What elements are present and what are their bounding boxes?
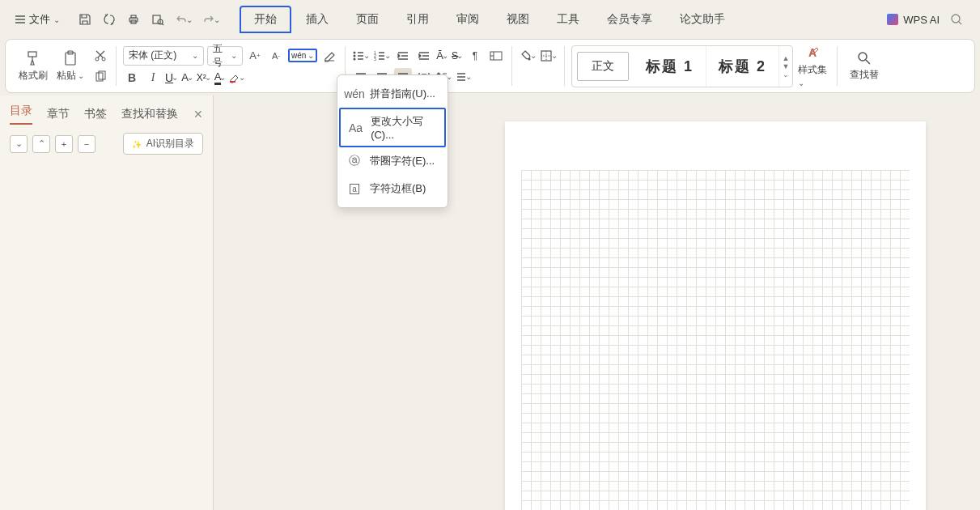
chevron-down-icon[interactable]: ⌄ [186, 15, 193, 24]
borders-button[interactable]: ⌄ [540, 49, 558, 62]
phonetic-guide-button[interactable]: wén ⌄ [288, 49, 317, 62]
sp-tab-find[interactable]: 查找和替换 [121, 107, 178, 121]
shrink-font-icon[interactable]: A- [267, 47, 285, 65]
sp-tab-chapter[interactable]: 章节 [47, 107, 70, 121]
paste-button[interactable]: 粘贴 ⌄ [54, 49, 87, 83]
tab-settings-button[interactable]: ⌄ [456, 71, 472, 83]
grid-background [521, 170, 910, 510]
increase-indent-icon[interactable] [415, 47, 433, 65]
navigation-panel: 目录 章节 书签 查找和替换 ✕ ⌄ ⌃ + − ✨ AI识别目录 [0, 96, 214, 510]
print-icon[interactable] [126, 12, 141, 27]
chevron-down-icon: ⌄ [53, 15, 60, 24]
paste-icon [62, 49, 78, 67]
style-h2[interactable]: 标题 2 [706, 46, 779, 87]
add-button[interactable]: + [55, 135, 73, 153]
italic-icon[interactable]: I [144, 69, 162, 87]
superscript-button[interactable]: X²⌄ [197, 72, 211, 83]
wps-ai-icon [887, 14, 898, 25]
asian-layout-button[interactable]: S⌄ [452, 50, 463, 62]
style-set-button[interactable]: A 样式集 ⌄ [798, 44, 830, 88]
layout-icon[interactable] [487, 47, 505, 65]
menu-change-case[interactable]: Aa 更改大小写(C)... [339, 108, 446, 147]
svg-point-15 [354, 54, 356, 57]
paragraph-mark-icon[interactable]: ¶ [466, 47, 484, 65]
file-menu[interactable]: 文件 ⌄ [8, 9, 66, 30]
ai-toc-button[interactable]: ✨ AI识别目录 [123, 133, 203, 155]
collapse-up-button[interactable]: ⌃ [32, 135, 50, 153]
close-icon[interactable]: ✕ [193, 108, 203, 121]
tab-view[interactable]: 视图 [494, 7, 542, 32]
copy-icon[interactable] [91, 68, 109, 86]
font-name-select[interactable]: 宋体 (正文)⌄ [123, 46, 204, 66]
undo-button[interactable]: ⌄ [175, 13, 193, 26]
svg-point-16 [354, 57, 356, 60]
numbering-button[interactable]: 123⌄ [373, 50, 391, 62]
ai-icon: ✨ [132, 138, 143, 150]
sp-tab-bookmark[interactable]: 书签 [84, 107, 107, 121]
tab-member[interactable]: 会员专享 [594, 7, 665, 32]
svg-rect-1 [131, 15, 136, 18]
enclose-icon: ⓐ [347, 154, 362, 168]
file-label: 文件 [29, 12, 50, 27]
chevron-down-icon: ⌄ [231, 51, 237, 60]
pinyin-icon: wén [347, 87, 362, 100]
svg-text:✨: ✨ [132, 139, 142, 150]
remove-button[interactable]: − [78, 135, 95, 153]
styles-gallery[interactable]: 正文 标题 1 标题 2 ▲▼⌄ [571, 45, 793, 87]
menu-pinyin-guide[interactable]: wén 拼音指南(U)... [337, 80, 448, 108]
svg-rect-13 [230, 81, 235, 83]
gallery-scroll[interactable]: ▲▼⌄ [779, 54, 792, 79]
grow-font-icon[interactable]: A+ [246, 47, 264, 65]
underline-button[interactable]: U⌄ [165, 71, 178, 84]
menu-enclose-chars[interactable]: ⓐ 带圈字符(E)... [337, 147, 448, 175]
format-painter-button[interactable]: 格式刷 [17, 49, 49, 83]
highlight-button[interactable]: ⌄ [229, 72, 245, 83]
style-set-icon: A [806, 44, 822, 62]
save-icon[interactable] [78, 12, 92, 27]
svg-rect-6 [28, 52, 36, 57]
font-color-button[interactable]: A⌄ [214, 70, 227, 85]
font-size-select[interactable]: 五号⌄ [207, 46, 243, 66]
phonetic-dropdown: wén 拼音指南(U)... Aa 更改大小写(C)... ⓐ 带圈字符(E).… [337, 74, 448, 208]
char-border-icon: a [347, 184, 362, 194]
phonetic-icon: wén [291, 51, 306, 60]
tab-tools[interactable]: 工具 [544, 7, 592, 32]
svg-point-14 [354, 51, 356, 53]
hamburger-icon [15, 14, 26, 25]
tab-thesis[interactable]: 论文助手 [667, 7, 738, 32]
decrease-indent-icon[interactable] [394, 47, 412, 65]
document-area[interactable] [214, 96, 980, 510]
style-h1[interactable]: 标题 1 [634, 46, 706, 87]
search-icon[interactable] [949, 12, 964, 27]
svg-point-5 [952, 15, 960, 23]
tab-page[interactable]: 页面 [343, 7, 392, 32]
svg-text:3: 3 [374, 57, 376, 62]
tab-home[interactable]: 开始 [240, 6, 291, 33]
svg-point-10 [102, 57, 105, 61]
text-effects-button[interactable]: Ā⌄ [436, 49, 448, 62]
tab-insert[interactable]: 插入 [293, 7, 342, 32]
sp-tab-toc[interactable]: 目录 [10, 104, 32, 125]
page[interactable] [505, 121, 926, 510]
print-preview-icon[interactable] [151, 12, 165, 27]
chevron-down-icon: ⌄ [192, 51, 198, 60]
expand-down-button[interactable]: ⌄ [10, 135, 28, 153]
ribbon-tabs: 开始 插入 页面 引用 审阅 视图 工具 会员专享 论文助手 [240, 6, 738, 33]
tab-review[interactable]: 审阅 [443, 7, 492, 32]
find-replace-button[interactable]: 查找替 [844, 50, 885, 82]
svg-point-9 [95, 57, 99, 61]
redo-button[interactable]: ⌄ [202, 13, 220, 26]
tab-reference[interactable]: 引用 [393, 7, 442, 32]
change-case-icon: Aa [349, 121, 363, 134]
bullets-button[interactable]: ⌄ [352, 50, 370, 62]
clear-format-icon[interactable] [320, 47, 338, 65]
sync-icon[interactable] [102, 12, 117, 27]
strikethrough-button[interactable]: A⌄ [181, 71, 193, 83]
cut-icon[interactable] [91, 47, 109, 65]
chevron-down-icon[interactable]: ⌄ [214, 15, 220, 24]
style-body[interactable]: 正文 [577, 52, 629, 81]
wps-ai-button[interactable]: WPS AI [887, 14, 940, 26]
menu-char-border[interactable]: a 字符边框(B) [337, 175, 448, 202]
shading-button[interactable]: ⌄ [519, 49, 537, 62]
bold-icon[interactable]: B [123, 69, 141, 87]
